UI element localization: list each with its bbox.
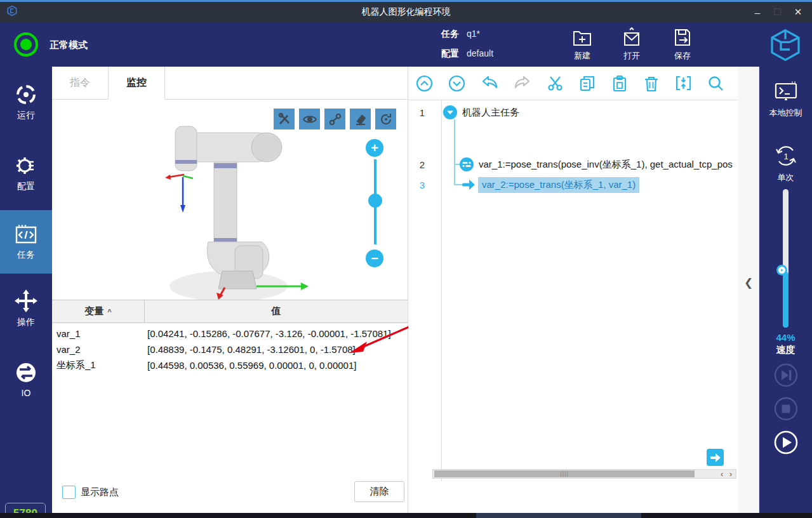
program-line-3-selected[interactable]: 3 var_2:=pose_trans(坐标系_1, var_1) (408, 175, 639, 194)
horizontal-scrollbar[interactable]: |||| ‹ › (432, 469, 736, 479)
program-line-2[interactable]: 2 var_1:=pose_trans(pose_inv(坐标系_1), get… (408, 155, 733, 174)
stop-button[interactable] (773, 396, 799, 422)
io-arrows-icon (0, 361, 52, 384)
terminal-icon (759, 81, 812, 103)
paste-icon (611, 75, 628, 92)
speed-slider[interactable] (783, 189, 789, 328)
eraser-icon (354, 112, 368, 126)
column-header-variable[interactable]: 变量 ^ (52, 300, 145, 322)
sidebar-item-config[interactable]: 配置 (0, 145, 52, 200)
move-up-button[interactable] (416, 75, 433, 92)
tab-monitor[interactable]: 监控 (109, 67, 165, 100)
tools-button[interactable] (274, 109, 295, 130)
variable-name: var_1 (52, 328, 145, 339)
sidebar-item-task[interactable]: 任务 (0, 210, 52, 274)
play-button[interactable] (773, 430, 799, 455)
column-header-value[interactable]: 值 (145, 300, 408, 322)
insert-brackets-icon (675, 75, 692, 91)
copy-icon (579, 75, 596, 92)
robot-arm-render (52, 100, 406, 300)
config-value: default (467, 48, 493, 60)
path-button[interactable] (324, 109, 345, 130)
redo-button[interactable] (514, 75, 531, 91)
scroll-left-icon[interactable]: ‹ (721, 470, 723, 479)
line-number: 1 (408, 107, 436, 118)
sidebar-item-io[interactable]: IO (0, 352, 52, 406)
show-waypoints-checkbox[interactable] (62, 486, 76, 499)
scroll-right-icon[interactable]: › (729, 470, 732, 479)
program-tree: 1 机器人主任务 2 var_1:=pose_trans(pose_inv(坐标… (408, 100, 738, 481)
scissors-icon (547, 75, 564, 92)
tab-instruction[interactable]: 指令 (52, 67, 109, 99)
line-number: 3 (408, 180, 436, 190)
right-sidebar: 本地控制 1 单次 44% 速度 (759, 67, 812, 518)
table-row[interactable]: var_2 [0.48839, -0.1475, 0.48291, -3.126… (52, 342, 408, 357)
cut-button[interactable] (547, 75, 564, 92)
maximize-button[interactable]: ☐ (769, 4, 787, 20)
left-sidebar: 运行 配置 (0, 67, 52, 518)
program-line-1[interactable]: 1 机器人主任务 (408, 103, 519, 122)
trash-icon (643, 75, 660, 92)
close-button[interactable]: ✕ (789, 4, 807, 20)
search-icon (707, 75, 724, 92)
single-run-button[interactable]: 1 单次 (759, 144, 812, 183)
zoom-out-button[interactable]: − (366, 249, 383, 267)
titlebar[interactable]: 机器人图形化编程环境 – ☐ ✕ (0, 2, 812, 22)
insert-button[interactable] (675, 75, 692, 91)
collapse-node-icon[interactable] (443, 105, 458, 120)
tools-icon (277, 112, 291, 126)
clear-button[interactable]: 清除 (354, 481, 404, 502)
variable-value: [0.04241, -0.15286, -0.07677, -3.126, -0… (145, 328, 408, 339)
skip-next-icon (773, 362, 799, 388)
collapse-left-icon[interactable]: ❮ (744, 276, 753, 289)
program-panel: 1 机器人主任务 2 var_1:=pose_trans(pose_inv(坐标… (408, 67, 738, 513)
table-row[interactable]: var_1 [0.04241, -0.15286, -0.07677, -3.1… (52, 326, 408, 342)
copy-button[interactable] (579, 75, 596, 92)
robot-3d-viewport[interactable]: + − (52, 100, 408, 300)
task-config-block: 任务 q1* 配置 default (441, 29, 493, 68)
open-button[interactable]: 打开 (611, 27, 652, 62)
task-code-icon (0, 224, 52, 246)
viewport-toolbar (274, 109, 396, 130)
gear-icon (0, 154, 52, 177)
speed-slider-handle[interactable] (778, 267, 785, 274)
erase-button[interactable] (350, 109, 371, 130)
minimize-button[interactable]: – (749, 4, 766, 20)
step-button[interactable] (773, 362, 799, 388)
orbit-icon (379, 112, 393, 126)
variable-name: var_2 (52, 344, 145, 355)
undo-icon (481, 75, 498, 91)
save-button[interactable]: 保存 (662, 27, 703, 62)
panel-collapse-strip[interactable]: ❮ (738, 67, 759, 513)
table-row[interactable]: 坐标系_1 [0.44598, 0.00536, 0.55969, 0.0000… (52, 357, 408, 373)
window-title: 机器人图形化编程环境 (0, 6, 812, 18)
play-icon (773, 430, 799, 455)
eye-icon (302, 112, 317, 126)
move-arrows-icon (0, 289, 52, 313)
circle-down-icon (448, 75, 465, 92)
reset-view-button[interactable] (375, 109, 396, 130)
mode-label: 正常模式 (50, 39, 88, 51)
arrow-step-icon (462, 179, 476, 190)
program-line-text: var_2:=pose_trans(坐标系_1, var_1) (478, 177, 639, 193)
config-label: 配置 (441, 48, 467, 60)
zoom-slider-handle[interactable] (368, 194, 382, 208)
visibility-button[interactable] (299, 109, 320, 130)
bottom-status-bar (0, 513, 812, 518)
move-down-button[interactable] (448, 75, 465, 92)
new-button[interactable]: 新建 (562, 27, 602, 62)
delete-button[interactable] (643, 75, 660, 92)
search-button[interactable] (707, 75, 724, 92)
undo-button[interactable] (481, 75, 498, 91)
save-icon (662, 27, 703, 48)
sidebar-item-run[interactable]: 运行 (0, 74, 52, 129)
zoom-control: + − (366, 139, 385, 157)
sidebar-item-operate[interactable]: 操作 (0, 280, 52, 336)
local-control-button[interactable]: 本地控制 (759, 81, 812, 119)
variable-name: 坐标系_1 (52, 359, 145, 371)
scrollbar-thumb[interactable]: |||| (434, 470, 695, 477)
paste-button[interactable] (611, 75, 628, 92)
zoom-in-button[interactable]: + (366, 139, 383, 157)
step-next-button[interactable] (707, 449, 724, 466)
tab-bar: 指令 监控 (52, 67, 408, 100)
